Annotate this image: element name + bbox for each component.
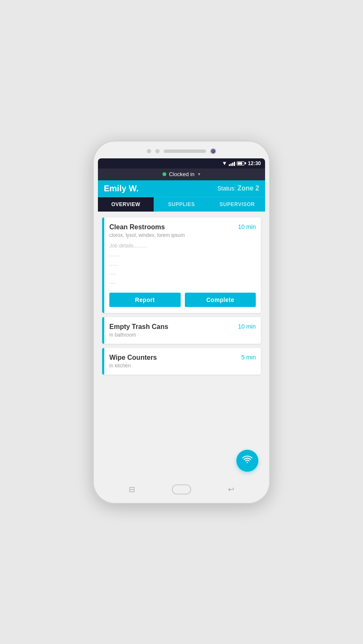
tab-supplies[interactable]: SUPPLIES	[154, 197, 209, 212]
home-button[interactable]	[172, 484, 191, 495]
phone-screen: ▼ 12:30 Cloc	[98, 158, 265, 479]
task-time-1: 10 min	[238, 223, 256, 230]
task-header-2: Empty Trash Cans 10 min	[109, 323, 256, 331]
task-location-3: in kitchen	[109, 363, 256, 369]
phone-top-hardware	[98, 148, 265, 154]
app-header: Emily W. Status: Zone 2	[98, 180, 265, 197]
signal-icon	[229, 161, 235, 166]
status-icons: ▼ 12:30	[222, 160, 261, 166]
task-time-3: 5 min	[241, 354, 256, 361]
task-title-1: Clean Restrooms	[109, 223, 165, 231]
task-location-2: in bathroom	[109, 332, 256, 338]
task-details-1: Job details.......... ........ ...... ..…	[109, 242, 256, 287]
clocked-bar[interactable]: Clocked in ▾	[98, 168, 265, 180]
phone-dot-1	[147, 149, 151, 153]
report-button[interactable]: Report	[109, 293, 181, 307]
task-card-1: Clean Restrooms 10 min clorox, lysol, wi…	[102, 217, 261, 313]
task-title-2: Empty Trash Cans	[109, 323, 168, 331]
user-name: Emily W.	[104, 184, 138, 193]
status-bar: ▼ 12:30	[98, 158, 265, 168]
tab-bar: OVERVIEW SUPPLIES SUPERVISOR	[98, 197, 265, 212]
phone-bottom-nav: ⊟ ↩	[98, 479, 265, 496]
tab-overview[interactable]: OVERVIEW	[98, 197, 154, 212]
recent-apps-button[interactable]: ⊟	[129, 485, 135, 494]
task-header-3: Wipe Counters 5 min	[109, 354, 256, 361]
clocked-label: Clocked in	[169, 171, 195, 177]
back-button[interactable]: ↩	[228, 485, 234, 494]
zone-label: Zone 2	[237, 185, 259, 192]
tab-supervisor[interactable]: SUPERVISOR	[209, 197, 265, 212]
task-body-3: Wipe Counters 5 min in kitchen	[104, 348, 261, 375]
phone-speaker	[164, 149, 206, 153]
chevron-down-icon: ▾	[198, 171, 200, 177]
task-header-1: Clean Restrooms 10 min	[109, 223, 256, 231]
status-zone: Status: Zone 2	[217, 185, 259, 192]
task-card-3[interactable]: Wipe Counters 5 min in kitchen	[102, 348, 261, 375]
task-card-2[interactable]: Empty Trash Cans 10 min in bathroom	[102, 317, 261, 344]
wifi-fab-icon	[242, 454, 253, 467]
phone-dot-2	[155, 149, 160, 153]
status-time: 12:30	[248, 160, 261, 166]
task-body-2: Empty Trash Cans 10 min in bathroom	[104, 317, 261, 344]
wifi-icon: ▼	[222, 160, 227, 166]
battery-icon	[237, 161, 246, 166]
phone-camera	[210, 148, 216, 154]
task-time-2: 10 min	[238, 323, 256, 330]
complete-button[interactable]: Complete	[185, 293, 256, 307]
task-subtitle-1: clorox, lysol, windex, lorem ipsum	[109, 232, 256, 238]
phone-frame: ▼ 12:30 Cloc	[93, 141, 270, 504]
task-title-3: Wipe Counters	[109, 354, 157, 361]
task-list: Clean Restrooms 10 min clorox, lysol, wi…	[98, 212, 265, 479]
task-actions-1: Report Complete	[109, 293, 256, 307]
clocked-dot	[163, 172, 166, 176]
task-body-1: Clean Restrooms 10 min clorox, lysol, wi…	[104, 217, 261, 313]
fab-button[interactable]	[236, 450, 258, 472]
